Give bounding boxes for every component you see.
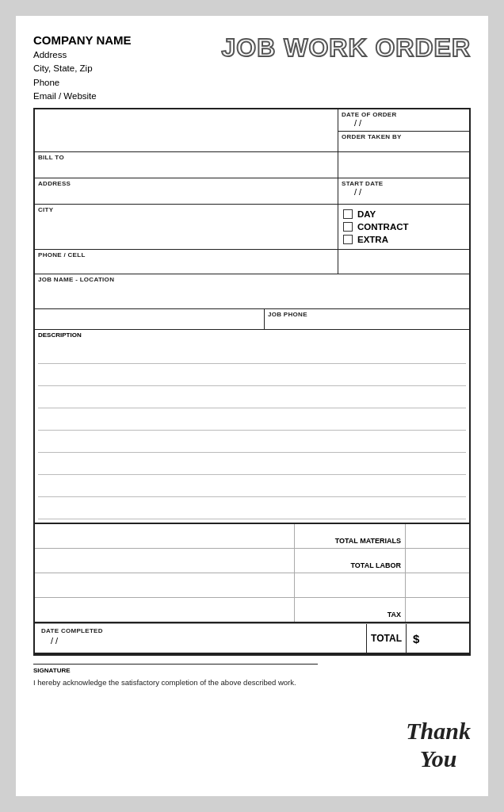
desc-line-7 <box>38 475 466 497</box>
date-order-row: DATE OF ORDER / / ORDER TAKEN BY <box>35 109 469 152</box>
address-right: START DATE / / <box>338 178 469 204</box>
order-taken-by-value <box>338 140 469 151</box>
tax-label: TAX <box>295 598 406 622</box>
total-final-label: TOTAL <box>367 630 406 647</box>
total-labor-left <box>35 549 295 573</box>
company-city: City, State, Zip <box>33 62 132 75</box>
thank-you-text: ThankYou <box>406 718 471 772</box>
phone-row: PHONE / CELL <box>35 250 469 274</box>
empty-top-left <box>35 109 338 151</box>
total-materials-label: TOTAL MATERIALS <box>295 524 406 548</box>
extra-checkbox[interactable] <box>343 235 353 244</box>
date-completed-row: DATE COMPLETED / / TOTAL $ <box>35 623 469 654</box>
page: COMPANY NAME Address City, State, Zip Ph… <box>16 16 488 796</box>
day-checkbox-row: DAY <box>343 208 464 220</box>
contract-checkbox-row: CONTRACT <box>343 220 464 233</box>
form-area: DATE OF ORDER / / ORDER TAKEN BY BILL TO… <box>33 108 471 656</box>
date-of-order-label: DATE OF ORDER <box>338 109 469 118</box>
desc-line-4 <box>38 408 466 431</box>
company-email: Email / Website <box>33 90 132 103</box>
total-materials-left <box>35 524 295 548</box>
job-name-label: JOB NAME - LOCATION <box>35 274 469 283</box>
city-value <box>35 213 338 224</box>
job-phone-row: JOB PHONE <box>35 309 469 330</box>
tax-left <box>35 598 295 622</box>
page-title: JOB WORK ORDER <box>222 35 471 60</box>
desc-line-6 <box>38 453 466 475</box>
bill-to-label: BILL TO <box>35 152 338 161</box>
address-label: ADDRESS <box>35 178 338 187</box>
city-label: CITY <box>35 205 338 213</box>
city-row: CITY DAY CONTRACT EXTRA <box>35 205 469 250</box>
company-address: Address <box>33 48 132 62</box>
date-completed-label: DATE COMPLETED <box>38 626 363 634</box>
desc-line-1 <box>38 342 466 364</box>
signature-line <box>33 664 318 665</box>
job-phone-left <box>35 309 265 329</box>
signature-label: SIGNATURE <box>33 667 471 674</box>
date-of-order-cell: DATE OF ORDER / / <box>338 109 469 132</box>
order-taken-by-label: ORDER TAKEN BY <box>338 132 469 140</box>
total-materials-row: TOTAL MATERIALS <box>35 524 469 549</box>
extra-value <box>406 573 469 597</box>
address-left: ADDRESS <box>35 178 338 204</box>
extra-row <box>35 573 469 598</box>
job-phone-label: JOB PHONE <box>265 309 469 318</box>
desc-line-3 <box>38 386 466 408</box>
date-order-right: DATE OF ORDER / / ORDER TAKEN BY <box>338 109 469 151</box>
description-label: DESCRIPTION <box>35 330 469 339</box>
desc-line-5 <box>38 431 466 453</box>
total-final-value: $ <box>406 624 469 653</box>
extra-left <box>35 573 295 597</box>
header: COMPANY NAME Address City, State, Zip Ph… <box>33 32 471 103</box>
job-phone-value <box>265 318 469 329</box>
bill-to-left: BILL TO <box>35 152 338 178</box>
day-checkbox[interactable] <box>343 209 353 219</box>
city-right: DAY CONTRACT EXTRA <box>338 205 469 249</box>
phone-left: PHONE / CELL <box>35 250 338 274</box>
bill-to-row: BILL TO <box>35 152 469 178</box>
extra-label: EXTRA <box>357 235 388 244</box>
date-completed-right: TOTAL $ <box>367 624 469 653</box>
contract-label: CONTRACT <box>357 222 409 232</box>
order-taken-by-cell: ORDER TAKEN BY <box>338 132 469 151</box>
day-label: DAY <box>357 209 376 219</box>
start-date-label: START DATE <box>338 178 469 187</box>
acknowledgment-text: I hereby acknowledge the satisfactory co… <box>33 678 471 687</box>
bill-to-right <box>338 152 469 178</box>
total-labor-value <box>406 549 469 573</box>
totals-area: TOTAL MATERIALS TOTAL LABOR TAX <box>35 523 469 623</box>
phone-label: PHONE / CELL <box>35 250 338 259</box>
job-phone-right: JOB PHONE <box>265 309 469 329</box>
bill-to-value <box>35 161 338 172</box>
bottom-area: SIGNATURE I hereby acknowledge the satis… <box>33 656 471 687</box>
company-phone: Phone <box>33 76 132 90</box>
desc-line-2 <box>38 364 466 386</box>
desc-line-8 <box>38 497 466 519</box>
tax-value <box>406 598 469 622</box>
address-value <box>35 187 338 198</box>
total-materials-value <box>406 524 469 548</box>
start-date-value: / / <box>338 187 469 200</box>
date-completed-left: DATE COMPLETED / / <box>35 624 367 653</box>
phone-right <box>338 250 469 274</box>
contract-checkbox[interactable] <box>343 222 353 232</box>
total-labor-label: TOTAL LABOR <box>295 549 406 573</box>
extra-checkbox-row: EXTRA <box>343 233 464 246</box>
address-row: ADDRESS START DATE / / <box>35 178 469 205</box>
description-lines <box>35 339 469 523</box>
city-left: CITY <box>35 205 338 249</box>
date-completed-value: / / <box>38 634 363 645</box>
description-section: DESCRIPTION <box>35 330 469 523</box>
total-labor-row: TOTAL LABOR <box>35 549 469 573</box>
job-name-value <box>35 283 469 294</box>
phone-value <box>35 259 338 270</box>
company-info: COMPANY NAME Address City, State, Zip Ph… <box>33 32 132 103</box>
extra-label-empty <box>295 573 406 597</box>
date-of-order-value: / / <box>338 118 469 131</box>
job-name-section: JOB NAME - LOCATION <box>35 274 469 309</box>
tax-row: TAX <box>35 598 469 622</box>
company-name: COMPANY NAME <box>33 32 132 48</box>
